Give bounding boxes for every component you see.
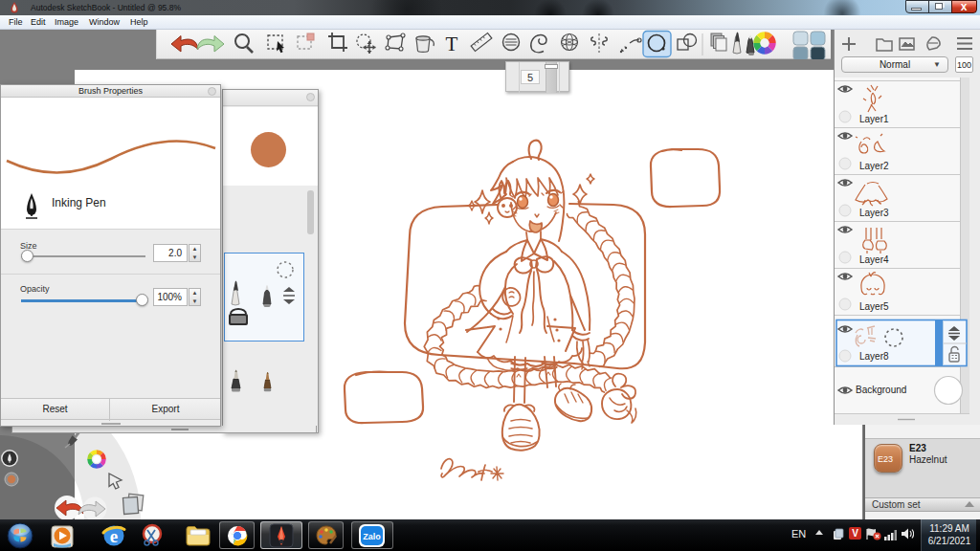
svg-text:T: T	[446, 33, 458, 55]
svg-text:Zalo: Zalo	[363, 532, 381, 541]
svg-text:x: x	[961, 1, 968, 12]
